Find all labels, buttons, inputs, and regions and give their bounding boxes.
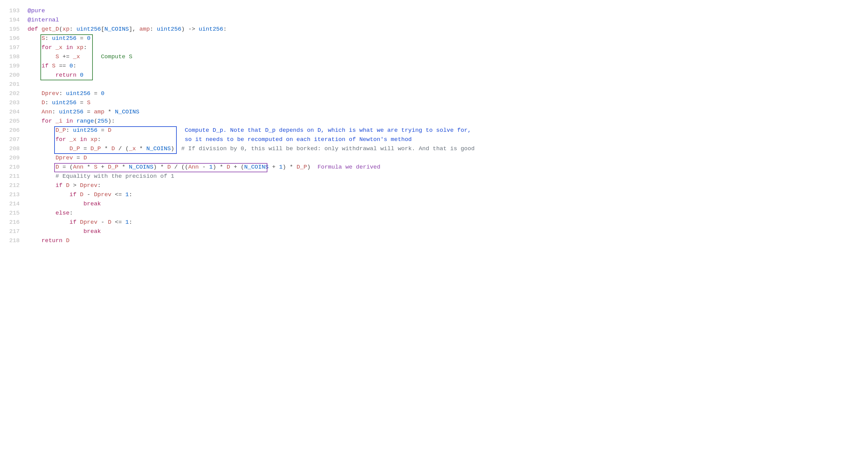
code-line: 211 # Equality with the precision of 1	[9, 172, 859, 181]
code-line: 196 S: uint256 = 0	[9, 34, 859, 43]
code-line: 201	[9, 80, 859, 89]
line-number: 193	[9, 6, 28, 15]
code-editor: 193@pure194@internal195def get_D(xp: uin…	[0, 0, 868, 251]
line-number: 207	[9, 135, 28, 144]
line-number: 200	[9, 70, 28, 80]
line-number: 209	[9, 153, 28, 163]
line-number: 217	[9, 227, 28, 236]
code-line: 193@pure	[9, 6, 859, 15]
annotation-compute-dp-line2: so it needs to be recomputed on each ite…	[174, 136, 412, 143]
code-line: 202 Dprev: uint256 = 0	[9, 89, 859, 98]
line-code: def get_D(xp: uint256[N_COINS], amp: uin…	[28, 25, 227, 34]
line-code: S += _x Compute S	[28, 52, 132, 61]
line-code: for _i in range(255):	[28, 116, 115, 126]
line-code: return 0	[28, 70, 83, 80]
code-line: 208 D_P = D_P * D / (_x * N_COINS) # If …	[9, 144, 859, 153]
line-code: Ann: uint256 = amp * N_COINS	[28, 107, 140, 116]
line-number: 196	[9, 34, 28, 43]
line-number: 195	[9, 25, 28, 34]
line-code: D_P = D_P * D / (_x * N_COINS) # If divi…	[28, 144, 475, 153]
line-code: Dprev: uint256 = 0	[28, 89, 104, 98]
annotation-formula: Formula we derived	[311, 164, 380, 170]
line-number: 199	[9, 61, 28, 70]
line-number: 211	[9, 172, 28, 181]
line-number: 208	[9, 144, 28, 153]
line-number: 216	[9, 218, 28, 227]
code-line: 212 if D > Dprev:	[9, 181, 859, 190]
line-code: if S == 0:	[28, 61, 76, 70]
code-line: 209 Dprev = D	[9, 153, 859, 163]
line-number: 210	[9, 163, 28, 172]
code-line: 200 return 0	[9, 70, 859, 80]
line-code: S: uint256 = 0	[28, 34, 90, 43]
line-code: D: uint256 = S	[28, 98, 90, 107]
line-number: 215	[9, 208, 28, 218]
line-code: if Dprev - D <= 1:	[28, 218, 132, 227]
code-line: 216 if Dprev - D <= 1:	[9, 218, 859, 227]
line-code: @internal	[28, 15, 59, 25]
code-line: 217 break	[9, 227, 859, 236]
line-number: 204	[9, 107, 28, 116]
code-line: 203 D: uint256 = S	[9, 98, 859, 107]
line-code: break	[28, 227, 101, 236]
line-code: if D - Dprev <= 1:	[28, 190, 132, 199]
line-code: # Equality with the precision of 1	[28, 172, 174, 181]
code-line: 194@internal	[9, 15, 859, 25]
code-line: 213 if D - Dprev <= 1:	[9, 190, 859, 199]
line-code: else:	[28, 208, 73, 218]
code-line: 214 break	[9, 199, 859, 208]
line-number: 201	[9, 80, 28, 89]
line-number: 214	[9, 199, 28, 208]
line-code: @pure	[28, 6, 45, 15]
line-code: return D	[28, 236, 69, 245]
trailing-comment-borked: # If division by 0, this will be borked:…	[174, 145, 475, 152]
line-code: break	[28, 199, 101, 208]
line-number: 218	[9, 236, 28, 245]
code-line: 210 D = (Ann * S + D_P * N_COINS) * D / …	[9, 163, 859, 172]
line-number: 202	[9, 89, 28, 98]
code-line: 199 if S == 0:	[9, 61, 859, 70]
line-number: 212	[9, 181, 28, 190]
line-number: 203	[9, 98, 28, 107]
code-line: 205 for _i in range(255):	[9, 116, 859, 126]
line-code: Dprev = D	[28, 153, 87, 163]
line-number: 205	[9, 116, 28, 126]
code-line: 206 D_P: uint256 = D Compute D_p. Note t…	[9, 126, 859, 135]
line-number: 198	[9, 52, 28, 61]
code-line: 215 else:	[9, 208, 859, 218]
line-number: 213	[9, 190, 28, 199]
code-area: 193@pure194@internal195def get_D(xp: uin…	[9, 6, 859, 245]
code-line: 198 S += _x Compute S	[9, 52, 859, 61]
code-line: 207 for _x in xp: so it needs to be reco…	[9, 135, 859, 144]
line-code: D = (Ann * S + D_P * N_COINS) * D / ((An…	[28, 163, 380, 172]
line-code: if D > Dprev:	[28, 181, 101, 190]
line-code: for _x in xp:	[28, 43, 87, 52]
code-line: 195def get_D(xp: uint256[N_COINS], amp: …	[9, 25, 859, 34]
code-line: 197 for _x in xp:	[9, 43, 859, 52]
line-number: 194	[9, 15, 28, 25]
code-line: 204 Ann: uint256 = amp * N_COINS	[9, 107, 859, 116]
line-code: for _x in xp: so it needs to be recomput…	[28, 135, 412, 144]
annotation-compute-s: Compute S	[90, 53, 132, 60]
annotation-compute-dp-line1: Compute D_p. Note that D_p depends on D,…	[174, 127, 471, 134]
line-number: 206	[9, 126, 28, 135]
line-number: 197	[9, 43, 28, 52]
line-code: D_P: uint256 = D Compute D_p. Note that …	[28, 126, 471, 135]
code-line: 218 return D	[9, 236, 859, 245]
